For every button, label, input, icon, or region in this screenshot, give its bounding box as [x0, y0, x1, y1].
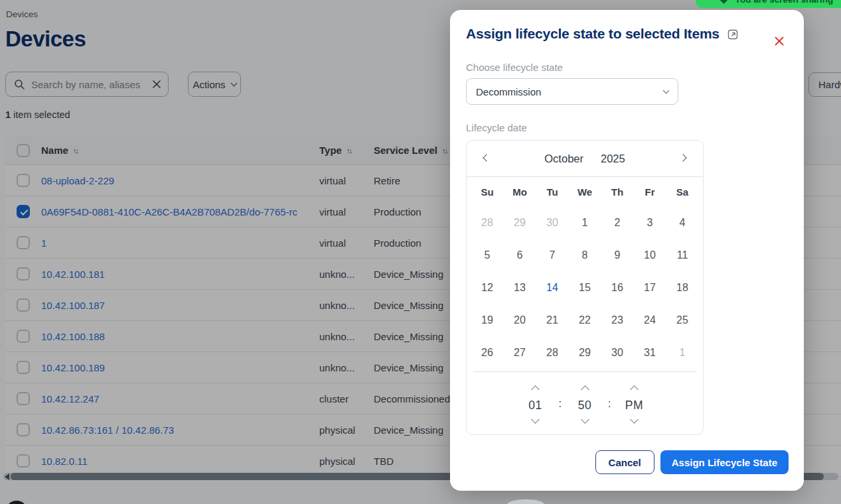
lifecycle-state-value: Decommission [476, 86, 541, 97]
calendar-day-name: Fr [634, 178, 666, 205]
calendar-day[interactable]: 26 [471, 336, 504, 369]
calendar-day[interactable]: 2 [601, 206, 634, 239]
meridiem-value[interactable]: PM [625, 399, 643, 412]
calendar-day-selected[interactable]: 14 [536, 271, 569, 304]
assign-lifecycle-modal: Assign lifecycle state to selected Items… [450, 10, 804, 491]
hour-up-icon[interactable] [531, 385, 540, 394]
calendar-day-names: SuMoTuWeThFrSa [467, 177, 703, 205]
meridiem-stepper: PM [621, 385, 647, 422]
calendar-day[interactable]: 29 [504, 206, 536, 239]
calendar-day[interactable]: 5 [471, 239, 504, 271]
calendar-header: October 2025 [467, 141, 703, 177]
calendar-day[interactable]: 16 [601, 271, 634, 304]
calendar-day[interactable]: 29 [569, 336, 601, 369]
minute-value[interactable]: 50 [578, 399, 591, 412]
lifecycle-state-select[interactable]: Decommission [466, 78, 678, 105]
lifecycle-date-label: Lifecycle date [466, 122, 788, 133]
previous-month-icon[interactable] [484, 157, 489, 160]
calendar-year[interactable]: 2025 [601, 153, 625, 165]
calendar-day[interactable]: 7 [536, 239, 569, 271]
calendar-day[interactable]: 28 [471, 206, 504, 239]
hour-down-icon[interactable] [531, 415, 540, 424]
screen: Devices Devices Search by name, aliases … [0, 0, 841, 504]
calendar-day-name: Th [601, 178, 634, 205]
lifecycle-state-label: Choose lifecycle state [466, 62, 788, 73]
assign-lifecycle-state-button[interactable]: Assign Lifecycle State [660, 450, 789, 474]
hour-value[interactable]: 01 [528, 399, 542, 412]
next-month-icon[interactable] [680, 157, 686, 160]
calendar-day[interactable]: 10 [634, 239, 666, 271]
calendar-day[interactable]: 30 [601, 336, 634, 369]
calendar-day[interactable]: 20 [504, 304, 536, 336]
calendar-day[interactable]: 22 [569, 304, 601, 336]
calendar-day[interactable]: 17 [634, 271, 666, 304]
minute-down-icon[interactable] [581, 415, 589, 424]
hour-stepper: 01 [523, 385, 548, 422]
calendar-day[interactable]: 13 [504, 271, 536, 304]
calendar-day[interactable]: 23 [601, 304, 634, 336]
calendar-day[interactable]: 9 [601, 239, 634, 271]
calendar-day-name: Tu [536, 178, 569, 205]
expand-modal-icon[interactable] [727, 29, 739, 40]
calendar-day[interactable]: 28 [536, 336, 569, 369]
screen-sharing-text: You are screen sharing [735, 0, 833, 5]
calendar-day[interactable]: 18 [666, 271, 699, 304]
calendar-day[interactable]: 1 [569, 206, 601, 239]
date-picker-calendar: October 2025 SuMoTuWeThFrSa 282930123456… [466, 140, 704, 435]
calendar-day[interactable]: 12 [471, 271, 504, 304]
calendar-day[interactable]: 21 [536, 304, 569, 336]
calendar-day-name: Su [471, 178, 504, 205]
calendar-day-name: We [569, 178, 601, 205]
modal-footer: Cancel Assign Lifecycle State [595, 450, 789, 474]
screen-sharing-banner: You are screen sharing [696, 0, 841, 8]
minute-stepper: 50 [572, 385, 597, 422]
calendar-month[interactable]: October [544, 153, 583, 165]
calendar-day[interactable]: 27 [504, 336, 536, 369]
time-picker: 01 : 50 : PM [473, 371, 696, 435]
modal-title: Assign lifecycle state to selected Items [466, 26, 720, 42]
calendar-day[interactable]: 6 [504, 239, 536, 271]
time-separator: : [608, 398, 611, 410]
calendar-day[interactable]: 1 [666, 336, 699, 369]
calendar-month-year: October 2025 [544, 153, 625, 165]
chevron-down-icon [663, 88, 670, 94]
calendar-day[interactable]: 11 [666, 239, 699, 271]
calendar-day[interactable]: 30 [536, 206, 569, 239]
calendar-day[interactable]: 31 [634, 336, 666, 369]
calendar-day[interactable]: 24 [634, 304, 666, 336]
minute-up-icon[interactable] [581, 385, 589, 394]
calendar-day[interactable]: 25 [666, 304, 699, 336]
cancel-button[interactable]: Cancel [595, 450, 654, 474]
close-icon[interactable] [773, 35, 785, 47]
calendar-day-name: Mo [504, 178, 536, 205]
meridiem-down-icon[interactable] [630, 415, 639, 424]
calendar-day[interactable]: 15 [569, 271, 601, 304]
meridiem-up-icon[interactable] [630, 385, 639, 394]
calendar-days-grid: 2829301234567891011121314151617181920212… [467, 205, 703, 369]
calendar-day[interactable]: 8 [569, 239, 601, 271]
time-separator: : [559, 398, 562, 410]
calendar-day[interactable]: 19 [471, 304, 504, 336]
calendar-day-name: Sa [666, 178, 699, 205]
screen-share-icon [720, 0, 728, 3]
calendar-day[interactable]: 3 [634, 206, 666, 239]
calendar-day[interactable]: 4 [666, 206, 699, 239]
